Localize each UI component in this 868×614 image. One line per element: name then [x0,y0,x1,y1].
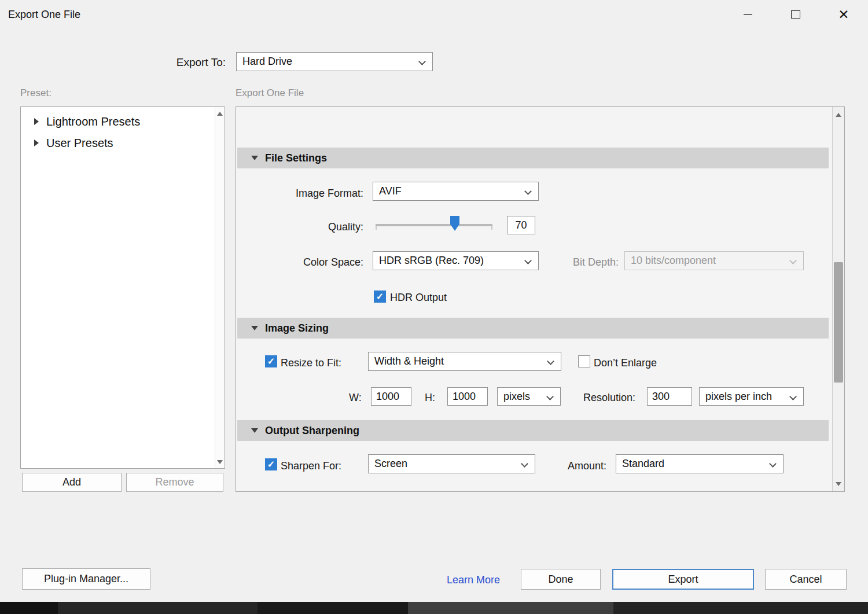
expand-arrow-icon[interactable] [34,139,39,146]
plugin-manager-button[interactable]: Plug-in Manager... [22,568,150,590]
scroll-down-button[interactable] [833,479,844,489]
title-bar: Export One File ✕ [0,0,868,30]
bit-depth-value: 10 bits/component [631,255,716,267]
height-input[interactable] [447,387,488,406]
size-unit-value: pixels [503,391,530,403]
image-format-value: AVIF [379,185,402,197]
preset-item-user[interactable]: User Presets [21,133,206,153]
scrollbar-thumb[interactable] [834,262,843,383]
color-space-label: Color Space: [271,256,363,269]
minimize-icon [744,14,752,15]
minimize-button[interactable] [730,0,765,29]
dont-enlarge-label: Don’t Enlarge [594,357,657,369]
cancel-button[interactable]: Cancel [765,569,847,590]
maximize-icon [791,10,800,19]
arrow-up-icon [217,112,223,116]
resize-to-fit-checkbox[interactable]: ✓ [265,355,277,367]
quality-slider-handle[interactable] [450,216,459,231]
color-space-value: HDR sRGB (Rec. 709) [379,255,484,267]
resolution-unit-select[interactable]: pixels per inch [699,387,804,406]
quality-slider[interactable] [376,224,492,226]
chevron-down-icon [769,460,777,468]
background-segment [258,602,408,614]
export-dialog: Export One File ✕ Export To: Hard Drive … [0,0,868,614]
sharpen-for-label: Sharpen For: [281,460,341,472]
hdr-output-checkbox[interactable]: ✓ [374,291,386,303]
scroll-down-button[interactable] [215,457,225,467]
add-preset-button[interactable]: Add [22,473,122,492]
check-icon: ✓ [267,357,275,366]
chevron-down-icon [547,358,554,365]
background-segment [408,602,613,614]
color-space-select[interactable]: HDR sRGB (Rec. 709) [373,251,539,270]
section-image-sizing[interactable]: Image Sizing [237,318,829,339]
section-title: File Settings [265,152,327,164]
preset-scrollbar[interactable] [215,107,225,468]
resize-to-fit-label: Resize to Fit: [281,357,341,369]
collapse-arrow-icon [251,156,258,160]
preset-list: Lightroom Presets User Presets [20,106,225,469]
background-segment [0,602,58,614]
chevron-down-icon [789,257,797,264]
learn-more-link[interactable]: Learn More [447,574,500,586]
resolution-unit-value: pixels per inch [705,391,772,403]
arrow-down-icon [217,460,223,464]
height-label: H: [425,392,435,404]
section-file-settings[interactable]: File Settings [237,148,829,168]
export-to-select[interactable]: Hard Drive [236,52,433,71]
sharpen-for-value: Screen [374,458,407,470]
resolution-label: Resolution: [583,392,635,404]
sharpen-for-checkbox[interactable]: ✓ [265,458,277,470]
section-title: Output Sharpening [265,425,359,437]
arrow-up-icon [836,113,841,117]
close-button[interactable]: ✕ [826,0,861,29]
scroll-up-button[interactable] [833,109,844,120]
check-icon: ✓ [376,292,384,302]
maximize-button[interactable] [778,0,813,29]
size-unit-select[interactable]: pixels [497,387,561,406]
panel-scrollbar[interactable] [832,107,844,491]
preset-item-lightroom[interactable]: Lightroom Presets [21,112,206,131]
scroll-up-button[interactable] [215,108,225,119]
image-format-select[interactable]: AVIF [373,182,539,201]
chevron-down-icon [546,393,554,400]
resize-to-fit-value: Width & Height [374,355,444,367]
bit-depth-select: 10 bits/component [624,251,804,270]
done-button[interactable]: Done [521,569,601,590]
background-segment [58,602,258,614]
collapse-arrow-icon [251,428,258,433]
chevron-down-icon [524,187,532,195]
amount-value: Standard [622,458,664,470]
background-segment [613,602,868,614]
dont-enlarge-checkbox[interactable] [578,355,590,367]
export-settings-panel: File Settings Image Format: AVIF Quality… [236,106,845,492]
collapse-arrow-icon [251,326,258,330]
quality-input[interactable] [507,216,535,234]
panel-title: Export One File [236,87,304,99]
export-to-value: Hard Drive [242,56,292,68]
width-input[interactable] [371,387,411,406]
slider-tick [376,226,377,230]
bit-depth-label: Bit Depth: [564,256,619,269]
close-icon: ✕ [838,8,849,21]
sharpen-for-select[interactable]: Screen [368,454,535,473]
resize-to-fit-select[interactable]: Width & Height [368,352,561,371]
amount-select[interactable]: Standard [616,454,784,473]
check-icon: ✓ [267,460,275,469]
export-button[interactable]: Export [612,569,754,590]
slider-tick [491,226,492,230]
hdr-output-label: HDR Output [390,292,447,304]
desktop-background-strip [0,602,868,614]
chevron-down-icon [789,393,797,400]
remove-preset-button[interactable]: Remove [126,473,223,492]
expand-arrow-icon[interactable] [34,118,39,125]
quality-label: Quality: [271,221,363,233]
arrow-down-icon [836,482,841,486]
preset-item-label: Lightroom Presets [46,115,140,128]
resolution-input[interactable] [647,387,692,406]
chevron-down-icon [524,257,532,264]
preset-label: Preset: [20,87,52,99]
window-title: Export One File [8,9,80,21]
section-output-sharpening[interactable]: Output Sharpening [237,420,829,441]
width-label: W: [349,392,362,404]
